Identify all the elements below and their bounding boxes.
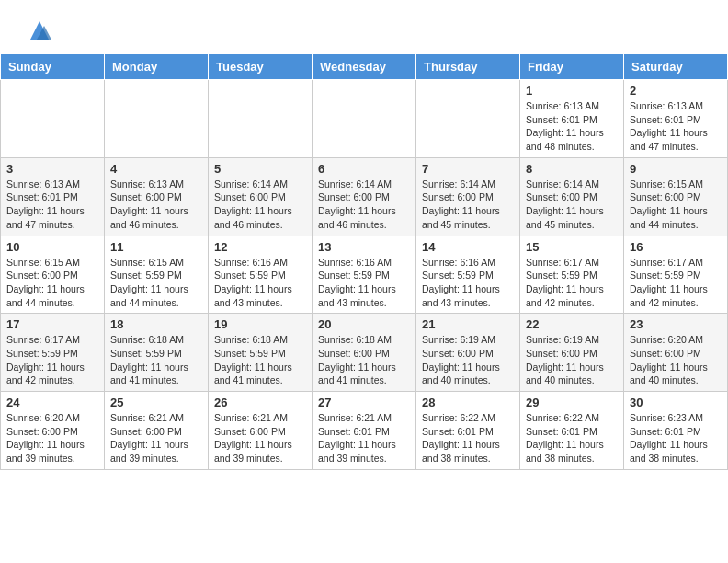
calendar-cell: 17Sunrise: 6:17 AM Sunset: 5:59 PM Dayli…: [1, 314, 105, 392]
day-number: 8: [526, 162, 618, 176]
day-info: Sunrise: 6:17 AM Sunset: 5:59 PM Dayligh…: [6, 333, 98, 387]
day-number: 2: [630, 84, 722, 98]
logo: [22, 17, 53, 44]
weekday-header-thursday: Thursday: [416, 54, 520, 80]
calendar-cell: [209, 80, 313, 158]
day-number: 26: [214, 396, 306, 409]
day-info: Sunrise: 6:17 AM Sunset: 5:59 PM Dayligh…: [526, 256, 618, 310]
weekday-header-sunday: Sunday: [1, 54, 105, 80]
calendar-cell: [105, 80, 209, 158]
day-number: 17: [6, 317, 98, 331]
weekday-header-tuesday: Tuesday: [209, 54, 313, 80]
day-number: 14: [422, 240, 514, 254]
day-number: 20: [318, 317, 410, 331]
day-number: 9: [630, 162, 722, 176]
calendar-cell: 23Sunrise: 6:20 AM Sunset: 6:00 PM Dayli…: [624, 314, 728, 392]
day-info: Sunrise: 6:13 AM Sunset: 6:01 PM Dayligh…: [526, 99, 618, 154]
calendar-cell: 15Sunrise: 6:17 AM Sunset: 5:59 PM Dayli…: [520, 236, 624, 314]
calendar-cell: 20Sunrise: 6:18 AM Sunset: 6:00 PM Dayli…: [313, 314, 416, 392]
day-number: 30: [630, 396, 722, 409]
logo-icon: [26, 17, 53, 44]
day-number: 13: [318, 240, 410, 254]
day-info: Sunrise: 6:18 AM Sunset: 5:59 PM Dayligh…: [214, 333, 306, 387]
day-info: Sunrise: 6:14 AM Sunset: 6:00 PM Dayligh…: [422, 178, 514, 232]
calendar-cell: 3Sunrise: 6:13 AM Sunset: 6:01 PM Daylig…: [1, 157, 105, 236]
day-number: 4: [110, 162, 202, 176]
day-info: Sunrise: 6:13 AM Sunset: 6:00 PM Dayligh…: [110, 178, 202, 232]
calendar-cell: 6Sunrise: 6:14 AM Sunset: 6:00 PM Daylig…: [313, 157, 416, 236]
calendar-cell: 10Sunrise: 6:15 AM Sunset: 6:00 PM Dayli…: [1, 236, 105, 314]
week-row-4: 17Sunrise: 6:17 AM Sunset: 5:59 PM Dayli…: [1, 314, 728, 392]
calendar-cell: 1Sunrise: 6:13 AM Sunset: 6:01 PM Daylig…: [520, 80, 624, 158]
day-info: Sunrise: 6:19 AM Sunset: 6:00 PM Dayligh…: [526, 333, 618, 387]
day-info: Sunrise: 6:15 AM Sunset: 5:59 PM Dayligh…: [110, 256, 202, 310]
day-number: 24: [6, 396, 98, 409]
day-number: 12: [214, 240, 306, 254]
weekday-header-monday: Monday: [105, 54, 209, 80]
day-info: Sunrise: 6:18 AM Sunset: 5:59 PM Dayligh…: [110, 333, 202, 387]
calendar-cell: [313, 80, 416, 158]
calendar-cell: 4Sunrise: 6:13 AM Sunset: 6:00 PM Daylig…: [105, 157, 209, 236]
calendar-cell: 25Sunrise: 6:21 AM Sunset: 6:00 PM Dayli…: [105, 392, 209, 470]
day-info: Sunrise: 6:21 AM Sunset: 6:00 PM Dayligh…: [214, 411, 306, 465]
week-row-2: 3Sunrise: 6:13 AM Sunset: 6:01 PM Daylig…: [1, 157, 728, 236]
calendar-cell: 26Sunrise: 6:21 AM Sunset: 6:00 PM Dayli…: [209, 392, 313, 470]
week-row-3: 10Sunrise: 6:15 AM Sunset: 6:00 PM Dayli…: [1, 236, 728, 314]
day-info: Sunrise: 6:13 AM Sunset: 6:01 PM Dayligh…: [630, 99, 722, 154]
page: SundayMondayTuesdayWednesdayThursdayFrid…: [0, 0, 728, 470]
day-info: Sunrise: 6:19 AM Sunset: 6:00 PM Dayligh…: [422, 333, 514, 387]
calendar-cell: 8Sunrise: 6:14 AM Sunset: 6:00 PM Daylig…: [520, 157, 624, 236]
calendar-cell: 28Sunrise: 6:22 AM Sunset: 6:01 PM Dayli…: [416, 392, 520, 470]
calendar-cell: 30Sunrise: 6:23 AM Sunset: 6:01 PM Dayli…: [624, 392, 728, 470]
day-info: Sunrise: 6:13 AM Sunset: 6:01 PM Dayligh…: [6, 178, 98, 232]
week-row-5: 24Sunrise: 6:20 AM Sunset: 6:00 PM Dayli…: [1, 392, 728, 470]
week-row-1: 1Sunrise: 6:13 AM Sunset: 6:01 PM Daylig…: [1, 80, 728, 158]
day-info: Sunrise: 6:16 AM Sunset: 5:59 PM Dayligh…: [422, 256, 514, 310]
calendar-cell: 12Sunrise: 6:16 AM Sunset: 5:59 PM Dayli…: [209, 236, 313, 314]
day-number: 5: [214, 162, 306, 176]
calendar-cell: 27Sunrise: 6:21 AM Sunset: 6:01 PM Dayli…: [313, 392, 416, 470]
day-info: Sunrise: 6:22 AM Sunset: 6:01 PM Dayligh…: [526, 411, 618, 465]
day-number: 10: [6, 240, 98, 254]
day-info: Sunrise: 6:23 AM Sunset: 6:01 PM Dayligh…: [630, 411, 722, 465]
day-number: 25: [110, 396, 202, 409]
day-number: 1: [526, 84, 618, 98]
day-info: Sunrise: 6:20 AM Sunset: 6:00 PM Dayligh…: [630, 333, 722, 387]
day-info: Sunrise: 6:22 AM Sunset: 6:01 PM Dayligh…: [422, 411, 514, 465]
day-info: Sunrise: 6:17 AM Sunset: 5:59 PM Dayligh…: [630, 256, 722, 310]
day-number: 23: [630, 317, 722, 331]
day-number: 22: [526, 317, 618, 331]
calendar-cell: 7Sunrise: 6:14 AM Sunset: 6:00 PM Daylig…: [416, 157, 520, 236]
day-number: 7: [422, 162, 514, 176]
calendar-cell: 16Sunrise: 6:17 AM Sunset: 5:59 PM Dayli…: [624, 236, 728, 314]
calendar-cell: 14Sunrise: 6:16 AM Sunset: 5:59 PM Dayli…: [416, 236, 520, 314]
weekday-header-row: SundayMondayTuesdayWednesdayThursdayFrid…: [1, 54, 728, 80]
day-info: Sunrise: 6:21 AM Sunset: 6:01 PM Dayligh…: [318, 411, 410, 465]
calendar-cell: 18Sunrise: 6:18 AM Sunset: 5:59 PM Dayli…: [105, 314, 209, 392]
day-info: Sunrise: 6:15 AM Sunset: 6:00 PM Dayligh…: [6, 256, 98, 310]
calendar-cell: 11Sunrise: 6:15 AM Sunset: 5:59 PM Dayli…: [105, 236, 209, 314]
calendar-cell: 29Sunrise: 6:22 AM Sunset: 6:01 PM Dayli…: [520, 392, 624, 470]
day-info: Sunrise: 6:14 AM Sunset: 6:00 PM Dayligh…: [318, 178, 410, 232]
day-info: Sunrise: 6:20 AM Sunset: 6:00 PM Dayligh…: [6, 411, 98, 465]
weekday-header-friday: Friday: [520, 54, 624, 80]
calendar-cell: 24Sunrise: 6:20 AM Sunset: 6:00 PM Dayli…: [1, 392, 105, 470]
day-number: 29: [526, 396, 618, 409]
day-info: Sunrise: 6:14 AM Sunset: 6:00 PM Dayligh…: [526, 178, 618, 232]
day-info: Sunrise: 6:18 AM Sunset: 6:00 PM Dayligh…: [318, 333, 410, 387]
calendar-cell: 13Sunrise: 6:16 AM Sunset: 5:59 PM Dayli…: [313, 236, 416, 314]
calendar-cell: [1, 80, 105, 158]
day-info: Sunrise: 6:16 AM Sunset: 5:59 PM Dayligh…: [214, 256, 306, 310]
day-number: 6: [318, 162, 410, 176]
calendar-cell: 9Sunrise: 6:15 AM Sunset: 6:00 PM Daylig…: [624, 157, 728, 236]
day-info: Sunrise: 6:16 AM Sunset: 5:59 PM Dayligh…: [318, 256, 410, 310]
day-number: 21: [422, 317, 514, 331]
day-number: 11: [110, 240, 202, 254]
day-info: Sunrise: 6:14 AM Sunset: 6:00 PM Dayligh…: [214, 178, 306, 232]
calendar-cell: 19Sunrise: 6:18 AM Sunset: 5:59 PM Dayli…: [209, 314, 313, 392]
day-number: 3: [6, 162, 98, 176]
day-number: 28: [422, 396, 514, 409]
day-number: 16: [630, 240, 722, 254]
day-number: 27: [318, 396, 410, 409]
day-number: 19: [214, 317, 306, 331]
